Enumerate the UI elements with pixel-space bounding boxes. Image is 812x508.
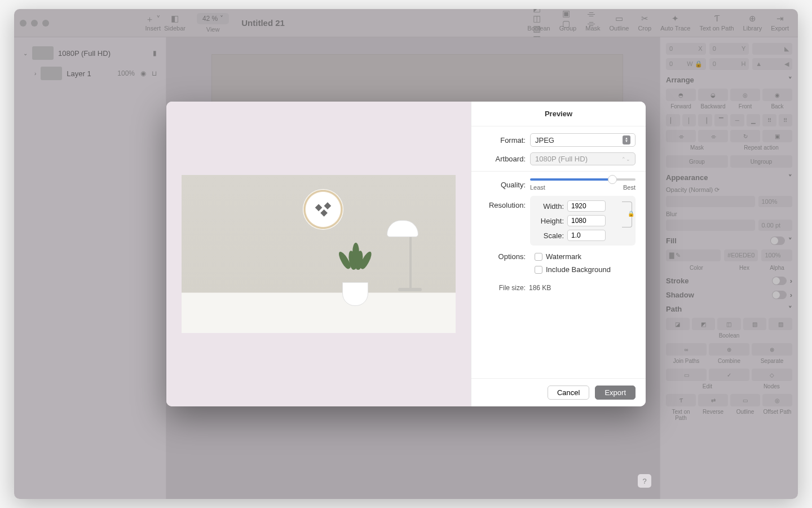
- artboard-label: Artboard:: [482, 155, 526, 163]
- preview-image: [182, 175, 456, 333]
- lock-icon[interactable]: 🔒: [628, 211, 634, 217]
- scale-input[interactable]: [567, 230, 606, 241]
- export-confirm-button[interactable]: Export: [595, 386, 636, 400]
- select-arrows-icon: ⌃⌄: [621, 156, 630, 162]
- export-dialog: Preview Format: JPEG ▲▼ Artboard: 1080P …: [166, 102, 646, 406]
- export-options-panel: Preview Format: JPEG ▲▼ Artboard: 1080P …: [471, 102, 646, 406]
- lamp-decoration: [387, 220, 422, 291]
- artboard-select[interactable]: 1080P (Full HD) ⌃⌄: [530, 152, 636, 165]
- height-label: Height:: [535, 217, 564, 225]
- help-button[interactable]: ?: [638, 474, 651, 488]
- cancel-button[interactable]: Cancel: [548, 386, 589, 400]
- wall-frame-decoration: [303, 189, 343, 230]
- format-select[interactable]: JPEG ▲▼: [530, 133, 636, 147]
- height-input[interactable]: [567, 215, 606, 226]
- checkbox-icon: [535, 253, 542, 261]
- filesize-value: 186 KB: [529, 284, 551, 292]
- app-window: ＋ ˅ Insert ◧ Sidebar 42 %˅ View Untitled…: [14, 9, 798, 499]
- resolution-label: Resolution:: [482, 201, 526, 209]
- include-bg-checkbox[interactable]: Include Background: [535, 265, 636, 274]
- slider-thumb[interactable]: [608, 175, 617, 184]
- plant-decoration: [342, 282, 368, 306]
- format-label: Format:: [482, 136, 526, 144]
- width-label: Width:: [535, 202, 564, 211]
- quality-label: Quality:: [482, 181, 526, 189]
- modal-title: Preview: [471, 102, 646, 126]
- options-label: Options:: [482, 252, 526, 261]
- preview-panel: [166, 102, 471, 406]
- width-input[interactable]: [567, 200, 606, 212]
- scale-label: Scale:: [535, 231, 564, 240]
- watermark-checkbox[interactable]: Watermark: [535, 252, 636, 261]
- quality-slider[interactable]: [530, 178, 636, 181]
- select-arrows-icon: ▲▼: [623, 135, 630, 144]
- checkbox-icon: [535, 266, 542, 274]
- filesize-label: File size:: [482, 284, 526, 292]
